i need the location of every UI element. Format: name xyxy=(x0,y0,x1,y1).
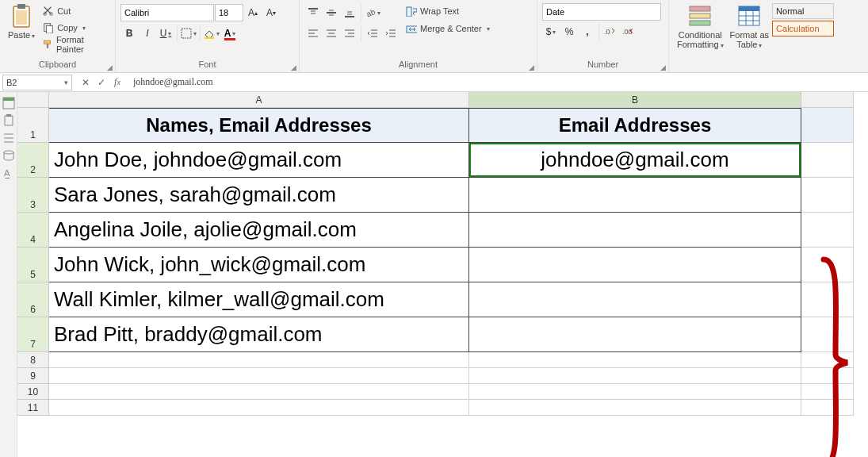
name-box[interactable]: B2 ▾ xyxy=(2,75,72,90)
format-as-table-button[interactable]: Format as Table xyxy=(727,2,773,52)
cell-a5[interactable]: John Wick, john_wick@gmail.com xyxy=(49,248,469,282)
table-icon xyxy=(736,3,762,29)
row-header[interactable]: 6 xyxy=(17,282,49,317)
cell-a1[interactable]: Names, Email Addresses xyxy=(49,108,469,143)
cell-a2[interactable]: John Doe, johndoe@gmail.com xyxy=(49,143,469,178)
gutter-outline-icon[interactable] xyxy=(2,132,15,144)
row-header[interactable]: 11 xyxy=(17,400,49,416)
bold-button[interactable]: B xyxy=(120,25,138,42)
alignment-expand-icon[interactable]: ◢ xyxy=(527,63,535,71)
cell-c1[interactable] xyxy=(801,108,854,143)
clipboard-expand-icon[interactable]: ◢ xyxy=(105,63,113,71)
clipboard-paste-icon xyxy=(9,3,34,29)
ribbon-group-clipboard: Paste Cut Copy Format Painter Clipboard … xyxy=(0,0,116,72)
cell[interactable] xyxy=(801,178,854,213)
cell-a4[interactable]: Angelina Joile, ajolie@gmail.com xyxy=(49,213,469,248)
gutter-clipboard-icon[interactable] xyxy=(2,114,15,127)
decrease-decimals-icon[interactable]: .00 xyxy=(620,23,637,40)
row-header[interactable]: 9 xyxy=(17,368,49,384)
row-header[interactable]: 8 xyxy=(17,352,49,368)
align-bottom-icon[interactable] xyxy=(341,4,358,21)
insert-function-icon[interactable]: fx xyxy=(109,75,125,90)
svg-rect-36 xyxy=(690,21,710,25)
align-middle-icon[interactable] xyxy=(323,4,340,21)
currency-button[interactable]: $ xyxy=(542,23,560,40)
underline-button[interactable]: U xyxy=(157,25,174,42)
formula-input[interactable] xyxy=(128,75,868,90)
row-header[interactable]: 1 xyxy=(17,108,49,143)
comma-style-button[interactable]: , xyxy=(579,23,596,40)
increase-font-icon[interactable]: A▴ xyxy=(244,4,262,21)
cell[interactable] xyxy=(469,384,801,400)
row-header[interactable]: 3 xyxy=(17,178,49,213)
cell-style-calculation[interactable]: Calculation xyxy=(772,21,834,36)
fill-color-button[interactable] xyxy=(203,25,220,42)
cell-b6[interactable] xyxy=(469,282,801,317)
borders-button[interactable] xyxy=(180,25,197,42)
row-header[interactable]: 5 xyxy=(17,248,49,282)
select-all-corner[interactable] xyxy=(17,92,49,108)
paste-button[interactable]: Paste xyxy=(5,2,38,42)
cell-a6[interactable]: Wall Kimler, kilmer_wall@gmail.com xyxy=(49,282,469,317)
row-header[interactable]: 7 xyxy=(17,317,49,352)
cell-b4[interactable] xyxy=(469,213,801,248)
cell[interactable] xyxy=(49,352,469,368)
cell[interactable] xyxy=(801,213,854,248)
row-header[interactable]: 2 xyxy=(17,143,49,178)
align-center-icon[interactable] xyxy=(323,25,340,42)
font-expand-icon[interactable]: ◢ xyxy=(289,63,297,71)
cell-c2[interactable] xyxy=(801,143,854,178)
wrap-text-button[interactable]: Wrap Text xyxy=(404,3,491,19)
font-name-select[interactable] xyxy=(120,4,214,21)
align-left-icon[interactable] xyxy=(304,25,322,42)
increase-decimals-icon[interactable]: .0 xyxy=(602,23,619,40)
accept-formula-icon[interactable]: ✓ xyxy=(94,75,109,90)
cell-style-normal[interactable]: Normal xyxy=(772,3,834,19)
cell[interactable] xyxy=(469,352,801,368)
cell-b1[interactable]: Email Addresses xyxy=(469,108,801,143)
italic-button[interactable]: I xyxy=(139,25,156,42)
cut-button[interactable]: Cut xyxy=(41,3,110,19)
orientation-button[interactable]: ab xyxy=(364,4,381,21)
copy-button[interactable]: Copy xyxy=(41,20,110,36)
percent-button[interactable]: % xyxy=(560,23,578,40)
gutter-db-icon[interactable] xyxy=(2,149,15,162)
cell-a7[interactable]: Brad Pitt, braddy@gmail.com xyxy=(49,317,469,352)
cell[interactable] xyxy=(469,400,801,416)
row-header[interactable]: 4 xyxy=(17,213,49,248)
name-box-dropdown-icon[interactable]: ▾ xyxy=(64,79,68,86)
font-size-select[interactable] xyxy=(215,4,243,21)
conditional-formatting-button[interactable]: Conditional Formatting xyxy=(674,2,727,52)
align-right-icon[interactable] xyxy=(341,25,358,42)
cell-b5[interactable] xyxy=(469,248,801,282)
decrease-indent-icon[interactable] xyxy=(364,25,381,42)
cell[interactable] xyxy=(469,368,801,384)
cell-b3[interactable] xyxy=(469,178,801,213)
format-painter-button[interactable]: Format Painter xyxy=(41,36,110,52)
column-header-b[interactable]: B xyxy=(469,92,801,108)
row-header[interactable]: 10 xyxy=(17,384,49,400)
cell-b7[interactable] xyxy=(469,317,801,352)
merge-center-label: Merge & Center xyxy=(420,24,482,33)
merge-center-button[interactable]: Merge & Center xyxy=(404,21,491,36)
group-label-alignment: Alignment xyxy=(304,60,532,71)
number-expand-icon[interactable]: ◢ xyxy=(659,63,667,71)
cancel-formula-icon[interactable]: ✕ xyxy=(78,75,94,90)
gutter-sheet-icon[interactable] xyxy=(2,97,15,109)
increase-indent-icon[interactable] xyxy=(382,25,400,42)
decrease-font-icon[interactable]: A▾ xyxy=(262,4,280,21)
align-top-icon[interactable] xyxy=(304,4,322,21)
svg-text:.0: .0 xyxy=(604,28,610,36)
brace-annotation xyxy=(820,255,851,457)
column-header-c[interactable] xyxy=(801,92,854,108)
cell[interactable] xyxy=(49,400,469,416)
cell-b2-active[interactable]: johndoe@gmail.com xyxy=(469,143,801,178)
cell-a3[interactable]: Sara Jones, sarah@gmail.com xyxy=(49,178,469,213)
gutter-text-icon[interactable]: A̲ xyxy=(2,167,15,179)
cell[interactable] xyxy=(49,384,469,400)
font-color-button[interactable]: A xyxy=(221,25,239,42)
number-format-select[interactable] xyxy=(542,3,661,21)
group-label-clipboard: Clipboard xyxy=(5,60,110,71)
column-header-a[interactable]: A xyxy=(49,92,469,108)
cell[interactable] xyxy=(49,368,469,384)
